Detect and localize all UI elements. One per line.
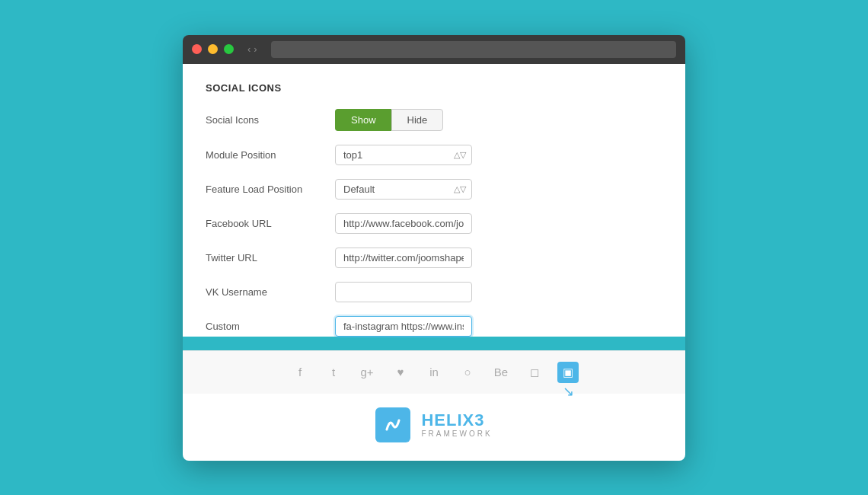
facebook-url-input[interactable] (335, 213, 472, 234)
show-button[interactable]: Show (335, 109, 391, 131)
module-position-select-wrapper: top1 top2 bottom1 △▽ (335, 145, 472, 165)
facebook-url-row: Facebook URL (206, 213, 662, 234)
brand-name: HELIX3 (421, 411, 492, 430)
vk-username-label: VK Username (206, 286, 335, 298)
social-icons-row: Social Icons Show Hide (206, 109, 662, 131)
behance-icon[interactable]: Be (490, 362, 512, 383)
social-bar: f t g+ ♥ in ○ Be ◻ ▣ ↘ (183, 350, 685, 394)
facebook-icon[interactable]: f (289, 362, 311, 383)
flickr-icon[interactable]: ◻ (524, 362, 545, 383)
linkedin-icon[interactable]: in (423, 362, 445, 383)
module-position-select[interactable]: top1 top2 bottom1 (335, 145, 472, 165)
brand-bar: HELIX3 FRAMEWORK (183, 394, 685, 461)
social-icons-toggle: Show Hide (335, 109, 443, 131)
back-arrow[interactable]: ‹ (247, 43, 251, 55)
brand-name-part1: HELIX (421, 410, 474, 430)
twitter-icon[interactable]: t (323, 362, 344, 383)
content-area: SOCIAL ICONS Social Icons Show Hide Modu… (183, 64, 685, 337)
brand-text: HELIX3 FRAMEWORK (421, 411, 492, 438)
section-title: SOCIAL ICONS (206, 82, 662, 94)
twitter-url-label: Twitter URL (206, 252, 335, 263)
pinterest-icon[interactable]: ♥ (390, 362, 411, 383)
feature-load-position-row: Feature Load Position Default Head Foote… (206, 179, 662, 200)
dribbble-icon[interactable]: ○ (457, 362, 478, 383)
vk-username-row: VK Username (206, 282, 662, 302)
close-button[interactable] (192, 44, 202, 54)
googleplus-icon[interactable]: g+ (356, 362, 378, 383)
feature-load-position-select[interactable]: Default Head Footer (335, 179, 472, 200)
navigation-arrows: ‹ › (247, 43, 257, 55)
brand-logo (375, 407, 410, 442)
feature-load-position-label: Feature Load Position (206, 184, 335, 195)
facebook-url-label: Facebook URL (206, 218, 335, 229)
custom-label: Custom (206, 321, 335, 332)
hide-button[interactable]: Hide (391, 109, 444, 131)
address-bar[interactable] (271, 41, 676, 58)
vk-username-input[interactable] (335, 282, 472, 302)
forward-arrow[interactable]: › (254, 43, 257, 55)
twitter-url-input[interactable] (335, 248, 472, 268)
titlebar: ‹ › (183, 35, 685, 64)
module-position-label: Module Position (206, 149, 335, 161)
instagram-icon[interactable]: ▣ ↘ (557, 362, 579, 383)
helix-logo-icon (382, 414, 404, 436)
app-window: ‹ › SOCIAL ICONS Social Icons Show Hide … (183, 35, 685, 461)
brand-name-part2: 3 (474, 410, 484, 430)
social-icons-label: Social Icons (206, 114, 335, 126)
custom-row: Custom (206, 316, 662, 337)
feature-load-position-select-wrapper: Default Head Footer △▽ (335, 179, 472, 200)
custom-input[interactable] (335, 316, 472, 337)
maximize-button[interactable] (224, 44, 234, 54)
twitter-url-row: Twitter URL (206, 248, 662, 268)
module-position-row: Module Position top1 top2 bottom1 △▽ (206, 145, 662, 165)
minimize-button[interactable] (208, 44, 218, 54)
brand-sub: FRAMEWORK (421, 430, 492, 438)
